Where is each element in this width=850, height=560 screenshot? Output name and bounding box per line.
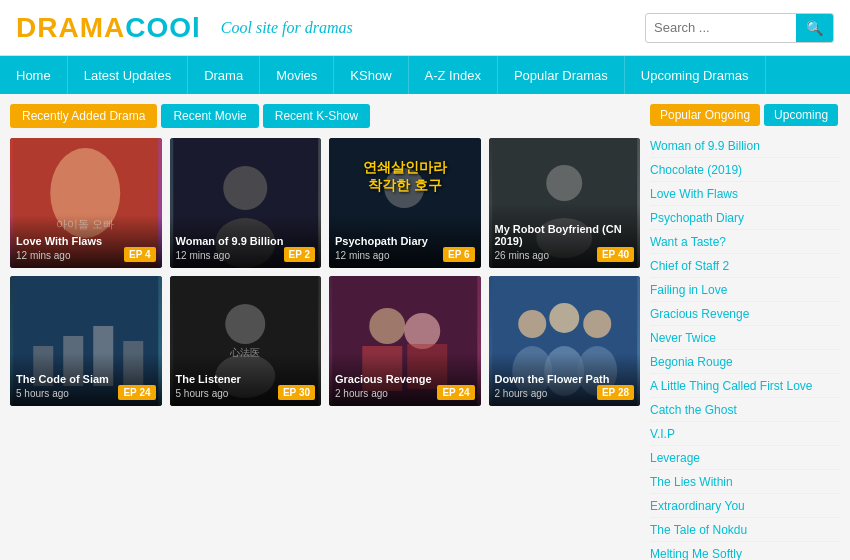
list-item: Woman of 9.9 Billion xyxy=(650,134,840,158)
list-item: Never Twice xyxy=(650,326,840,350)
sidebar-link-never-twice[interactable]: Never Twice xyxy=(650,331,716,345)
list-item: Begonia Rouge xyxy=(650,350,840,374)
sidebar-tab-popular-ongoing[interactable]: Popular Ongoing xyxy=(650,104,760,126)
drama-time-4: 26 mins ago xyxy=(495,250,549,261)
ep-badge-1: EP 4 xyxy=(124,247,156,262)
svg-point-22 xyxy=(404,313,440,349)
drama-time-3: 12 mins ago xyxy=(335,250,389,261)
drama-card-gracious-revenge[interactable]: Gracious Revenge 2 hours ago EP 24 xyxy=(329,276,481,406)
nav-latest-updates[interactable]: Latest Updates xyxy=(68,56,188,94)
drama-time-5: 5 hours ago xyxy=(16,388,69,399)
drama-card-down-flower-path[interactable]: Down the Flower Path 2 hours ago EP 28 xyxy=(489,276,641,406)
drama-time-2: 12 mins ago xyxy=(176,250,230,261)
sidebar-link-love-with-flaws[interactable]: Love With Flaws xyxy=(650,187,738,201)
drama-title-6: The Listener xyxy=(176,373,316,385)
main-tabs: Recently Added Drama Recent Movie Recent… xyxy=(10,104,640,128)
tab-recent-kshow[interactable]: Recent K-Show xyxy=(263,104,370,128)
list-item: The Lies Within xyxy=(650,470,840,494)
list-item: Chief of Staff 2 xyxy=(650,254,840,278)
drama-time-1: 12 mins ago xyxy=(16,250,70,261)
drama-grid: 아이돌 오빠 Love With Flaws 12 mins ago EP 4 xyxy=(10,138,640,406)
sidebar-link-vip[interactable]: V.I.P xyxy=(650,427,675,441)
drama-card-code-of-siam[interactable]: The Code of Siam 5 hours ago EP 24 xyxy=(10,276,162,406)
drama-card-psychopath-diary[interactable]: 연쇄살인마라착각한 호구 Psychopath Diary 12 mins ag… xyxy=(329,138,481,268)
sidebar-link-chief-of-staff-2[interactable]: Chief of Staff 2 xyxy=(650,259,729,273)
ep-badge-8: EP 28 xyxy=(597,385,634,400)
sidebar-link-begonia-rouge[interactable]: Begonia Rouge xyxy=(650,355,733,369)
list-item: Melting Me Softly xyxy=(650,542,840,560)
drama-title-7: Gracious Revenge xyxy=(335,373,475,385)
drama-card-the-listener[interactable]: 心法医 The Listener 5 hours ago EP 30 xyxy=(170,276,322,406)
sidebar-link-extraordinary-you[interactable]: Extraordinary You xyxy=(650,499,745,513)
search-bar: 🔍 xyxy=(645,13,834,43)
sidebar-link-tale-of-nokdu[interactable]: The Tale of Nokdu xyxy=(650,523,747,537)
list-item: The Tale of Nokdu xyxy=(650,518,840,542)
sidebar-link-want-a-taste[interactable]: Want a Taste? xyxy=(650,235,726,249)
drama-title-4: My Robot Boyfriend (CN 2019) xyxy=(495,223,635,247)
header: DRAMACOOl Cool site for dramas 🔍 xyxy=(0,0,850,56)
nav-upcoming-dramas[interactable]: Upcoming Dramas xyxy=(625,56,766,94)
drama-time-6: 5 hours ago xyxy=(176,388,229,399)
list-item: Extraordinary You xyxy=(650,494,840,518)
svg-point-27 xyxy=(549,303,579,333)
svg-point-26 xyxy=(518,310,546,338)
list-item: Chocolate (2019) xyxy=(650,158,840,182)
sidebar-link-gracious-revenge[interactable]: Gracious Revenge xyxy=(650,307,749,321)
logo: DRAMACOOl xyxy=(16,12,201,44)
list-item: Gracious Revenge xyxy=(650,302,840,326)
ep-badge-7: EP 24 xyxy=(437,385,474,400)
search-button[interactable]: 🔍 xyxy=(796,14,833,42)
tab-recent-movie[interactable]: Recent Movie xyxy=(161,104,258,128)
svg-point-17 xyxy=(225,304,265,344)
sidebar-link-the-lies-within[interactable]: The Lies Within xyxy=(650,475,733,489)
sidebar-link-psychopath-diary[interactable]: Psychopath Diary xyxy=(650,211,744,225)
list-item: A Little Thing Called First Love xyxy=(650,374,840,398)
list-item: V.I.P xyxy=(650,422,840,446)
sidebar-tabs: Popular Ongoing Upcoming xyxy=(650,104,840,126)
sidebar-tab-upcoming[interactable]: Upcoming xyxy=(764,104,838,126)
logo-cool: COOl xyxy=(125,12,201,43)
list-item: Love With Flaws xyxy=(650,182,840,206)
sidebar-link-leverage[interactable]: Leverage xyxy=(650,451,700,465)
sidebar-link-melting-me-softly[interactable]: Melting Me Softly xyxy=(650,547,742,560)
tagline: Cool site for dramas xyxy=(221,19,645,37)
drama-card-my-robot-boyfriend[interactable]: My Robot Boyfriend (CN 2019) 26 mins ago… xyxy=(489,138,641,268)
sidebar-link-woman-99-billion[interactable]: Woman of 9.9 Billion xyxy=(650,139,760,153)
ep-badge-6: EP 30 xyxy=(278,385,315,400)
search-input[interactable] xyxy=(646,15,796,40)
nav-popular-dramas[interactable]: Popular Dramas xyxy=(498,56,625,94)
drama-card-love-with-flaws[interactable]: 아이돌 오빠 Love With Flaws 12 mins ago EP 4 xyxy=(10,138,162,268)
svg-point-4 xyxy=(223,166,267,210)
drama-card-woman-99-billion[interactable]: Woman of 9.9 Billion 12 mins ago EP 2 xyxy=(170,138,322,268)
drama-time-7: 2 hours ago xyxy=(335,388,388,399)
nav-home[interactable]: Home xyxy=(0,56,68,94)
drama-title-2: Woman of 9.9 Billion xyxy=(176,235,316,247)
sidebar-link-catch-the-ghost[interactable]: Catch the Ghost xyxy=(650,403,737,417)
svg-point-9 xyxy=(546,165,582,201)
svg-point-28 xyxy=(583,310,611,338)
svg-point-21 xyxy=(369,308,405,344)
ep-badge-4: EP 40 xyxy=(597,247,634,262)
sidebar: Popular Ongoing Upcoming Woman of 9.9 Bi… xyxy=(650,104,840,560)
drama-title-5: The Code of Siam xyxy=(16,373,156,385)
drama-time-8: 2 hours ago xyxy=(495,388,548,399)
drama-title-3: Psychopath Diary xyxy=(335,235,475,247)
list-item: Catch the Ghost xyxy=(650,398,840,422)
ep-badge-3: EP 6 xyxy=(443,247,475,262)
sidebar-link-a-little-thing-called-first-love[interactable]: A Little Thing Called First Love xyxy=(650,379,813,393)
list-item: Leverage xyxy=(650,446,840,470)
content-wrapper: Recently Added Drama Recent Movie Recent… xyxy=(0,94,850,560)
sidebar-link-failing-in-love[interactable]: Failing in Love xyxy=(650,283,727,297)
ep-badge-2: EP 2 xyxy=(284,247,316,262)
sidebar-list: Woman of 9.9 Billion Chocolate (2019) Lo… xyxy=(650,134,840,560)
sidebar-link-chocolate-2019[interactable]: Chocolate (2019) xyxy=(650,163,742,177)
nav-drama[interactable]: Drama xyxy=(188,56,260,94)
nav-movies[interactable]: Movies xyxy=(260,56,334,94)
logo-drama: DRAMA xyxy=(16,12,125,43)
nav-kshow[interactable]: KShow xyxy=(334,56,408,94)
list-item: Failing in Love xyxy=(650,278,840,302)
nav-az-index[interactable]: A-Z Index xyxy=(409,56,498,94)
tab-recently-added-drama[interactable]: Recently Added Drama xyxy=(10,104,157,128)
list-item: Psychopath Diary xyxy=(650,206,840,230)
ep-badge-5: EP 24 xyxy=(118,385,155,400)
